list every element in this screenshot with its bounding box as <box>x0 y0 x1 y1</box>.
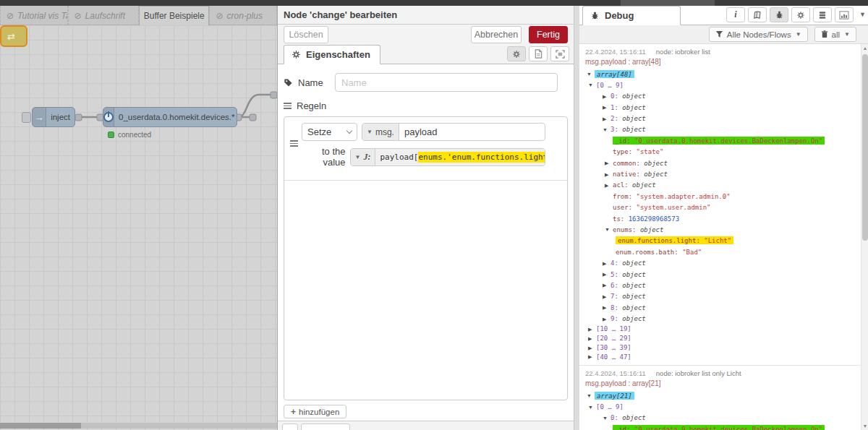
tree-entry: [10 … 19] <box>596 324 631 332</box>
rule-action-select[interactable]: Setze <box>302 123 357 141</box>
debug-tree-row[interactable]: ▶acl: object <box>585 180 858 191</box>
info-tab-button[interactable]: i <box>726 7 745 22</box>
cancel-button[interactable]: Abbrechen <box>471 26 522 43</box>
help-tab-button[interactable] <box>748 7 767 22</box>
debug-tree-row[interactable]: ▼[0 … 9] <box>585 79 858 90</box>
canvas-horizontal-scrollbar[interactable] <box>0 423 277 429</box>
expand-arrow-icon[interactable]: ▶ <box>603 280 610 291</box>
expand-button[interactable] <box>550 46 569 61</box>
context-data-tab-button[interactable] <box>813 7 832 22</box>
debug-tree-row[interactable]: _id: "0_userdata.0.homekit.devices.BaDec… <box>585 135 858 146</box>
expand-arrow-icon[interactable]: ▶ <box>605 180 613 191</box>
node-enabled-label-button[interactable] <box>301 423 350 430</box>
expand-arrow-icon[interactable]: ▶ <box>588 325 596 335</box>
scrollbar-thumb[interactable] <box>0 423 81 429</box>
expand-arrow-icon[interactable]: ▶ <box>603 258 610 269</box>
done-button[interactable]: Fertig <box>529 26 568 43</box>
debug-tree-row[interactable]: ▶2: object <box>585 113 858 124</box>
expand-arrow-icon[interactable]: ▶ <box>603 113 610 124</box>
drag-handle-icon[interactable] <box>290 140 298 147</box>
description-button[interactable] <box>529 46 548 61</box>
tab-debug[interactable]: Debug <box>582 6 681 25</box>
debug-tree-row[interactable]: ▶native: object <box>585 169 858 180</box>
expand-arrow-icon[interactable]: ▶ <box>603 314 610 324</box>
expand-arrow-icon[interactable]: ▶ <box>588 353 596 362</box>
flow-tab-tutorial[interactable]: ⊘Tutorial vis Taste <box>0 6 68 25</box>
debug-clear-button[interactable]: all ▼ <box>814 27 856 42</box>
add-rule-button[interactable]: +hinzufügen <box>284 405 346 418</box>
debug-tree-row[interactable]: ts: 1636298968573 <box>585 213 858 224</box>
debug-tree-row[interactable]: ▶5: object <box>585 269 858 280</box>
debug-tree-row[interactable]: ▼array[48] <box>585 69 858 79</box>
debug-tab-button[interactable] <box>770 7 788 22</box>
debug-tree-row[interactable]: from: "system.adapter.admin.0" <box>585 191 858 202</box>
flow-tab-buffer-beispiele[interactable]: Buffer Beispiele <box>139 6 209 25</box>
debug-tree-row[interactable]: ▼enums: object <box>585 224 858 235</box>
debug-tree-row[interactable]: ▶[30 … 39] <box>585 343 858 353</box>
debug-tree-row[interactable]: ▶6: object <box>585 280 858 291</box>
value-type-button[interactable]: ▼J: <box>351 149 376 165</box>
expand-arrow-icon[interactable]: ▶ <box>605 158 613 168</box>
dashboard-tab-button[interactable] <box>835 7 854 22</box>
name-input[interactable] <box>335 73 558 92</box>
debug-tree-row[interactable]: user: "system.user.admin" <box>585 202 858 213</box>
collapse-arrow-icon[interactable]: ▼ <box>587 390 595 401</box>
debug-tree-row[interactable]: ▼3: object <box>585 124 858 135</box>
debug-tree-row[interactable]: ▶[20 … 29] <box>585 334 858 343</box>
debug-tree-row[interactable]: ▶4: object <box>585 258 858 269</box>
scrollbar-thumb[interactable] <box>862 54 868 241</box>
debug-tree-row[interactable]: enum.functions.light: "Licht" <box>585 236 858 246</box>
property-value[interactable]: payload <box>399 124 545 140</box>
debug-tree-row[interactable]: ▶[40 … 47] <box>585 352 858 361</box>
properties-gear-button[interactable] <box>507 46 526 61</box>
inject-trigger-button[interactable] <box>22 112 31 123</box>
flow-tab-laufschrift[interactable]: ⊘Laufschrift <box>68 6 139 25</box>
collapse-arrow-icon[interactable]: ▼ <box>605 224 613 235</box>
sidebar-menu-caret[interactable]: ▼ <box>859 11 866 18</box>
flow-canvas[interactable]: → inject 0_userdata.0.homekit.devices.* … <box>0 25 277 430</box>
debug-tree-row[interactable]: ▶9: object <box>585 314 858 324</box>
config-nodes-tab-button[interactable] <box>791 7 810 22</box>
delete-button[interactable]: Löschen <box>284 26 328 43</box>
debug-tree-row[interactable]: ▼[0 … 9] <box>585 402 858 413</box>
debug-tree-row[interactable]: ▶common: object <box>585 158 858 168</box>
expand-arrow-icon[interactable]: ▶ <box>603 269 610 280</box>
tab-properties[interactable]: Eigenschaften <box>284 45 380 64</box>
debug-tree-row[interactable]: ▶8: object <box>585 302 858 313</box>
collapse-arrow-icon[interactable]: ▼ <box>587 69 595 79</box>
debug-tree-row[interactable]: ▼array[21] <box>585 390 858 401</box>
expand-arrow-icon[interactable]: ▶ <box>603 291 610 302</box>
iobroker-node[interactable]: 0_userdata.0.homekit.devices.* <box>103 107 237 127</box>
collapse-arrow-icon[interactable]: ▼ <box>603 413 610 423</box>
collapse-arrow-icon[interactable]: ▼ <box>588 79 596 90</box>
expand-arrow-icon[interactable]: ▶ <box>605 169 613 180</box>
debug-tree-row[interactable]: ▶1: object <box>585 102 858 113</box>
debug-filter-button[interactable]: Alle Nodes/Flows ▼ <box>709 27 808 42</box>
node-enabled-toggle[interactable] <box>282 423 298 430</box>
tree-key: from <box>613 192 629 199</box>
expand-arrow-icon[interactable]: ▶ <box>603 102 610 113</box>
debug-tree-row[interactable]: ▶[10 … 19] <box>585 324 858 334</box>
debug-tree-row[interactable]: ▶7: object <box>585 291 858 302</box>
debug-tree-row[interactable]: _id: "0_userdata.0.homekit.devices.BaDec… <box>585 423 858 430</box>
scroll-down-arrow[interactable]: ▼ <box>862 423 868 429</box>
debug-vertical-scrollbar[interactable]: ▲ ▼ <box>861 44 868 430</box>
tree-value: 1636298968573 <box>629 215 679 222</box>
inject-node[interactable]: → inject <box>32 107 75 127</box>
expand-arrow-icon[interactable]: ▶ <box>603 302 610 313</box>
expand-arrow-icon[interactable]: ▶ <box>588 335 596 344</box>
sidebar-separator[interactable] <box>574 6 579 430</box>
debug-tree-row[interactable]: type: "state" <box>585 147 858 158</box>
expand-arrow-icon[interactable]: ▶ <box>603 91 610 102</box>
property-type-button[interactable]: ▼msg. <box>362 124 399 140</box>
expression-value[interactable]: payload[enums.'enum.functions.light' = "… <box>375 149 545 165</box>
debug-tree-row[interactable]: ▼0: object <box>585 413 858 423</box>
collapse-arrow-icon[interactable]: ▼ <box>603 124 610 135</box>
flow-tab-cron-plus[interactable]: ⊘cron-plus <box>209 6 277 25</box>
tree-value: "0_userdata.0.homekit.devices.BaDeckenla… <box>634 425 822 430</box>
debug-tree-row[interactable]: enum.rooms.bath: "Bad" <box>585 246 858 257</box>
scroll-up-arrow[interactable]: ▲ <box>862 46 868 51</box>
collapse-arrow-icon[interactable]: ▼ <box>588 402 596 413</box>
tray-title: Node 'change' bearbeiten <box>278 6 574 25</box>
debug-tree-row[interactable]: ▶0: object <box>585 91 858 102</box>
